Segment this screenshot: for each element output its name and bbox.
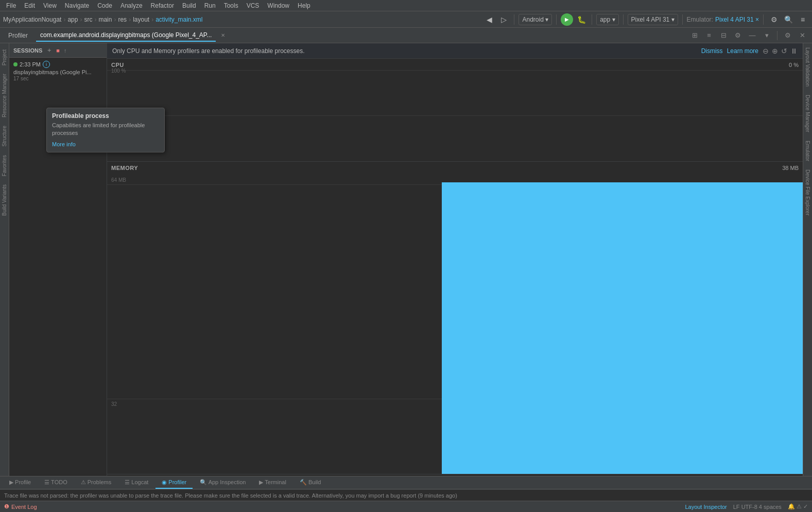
memory-y64: 64 MB bbox=[111, 177, 126, 183]
dismiss-link[interactable]: Dismiss bbox=[701, 47, 723, 55]
breadcrumb-app-name[interactable]: MyApplicationNougat bbox=[3, 16, 61, 23]
menu-analyze[interactable]: Analyze bbox=[116, 1, 147, 10]
breadcrumb-main[interactable]: main bbox=[98, 16, 112, 23]
more-actions-btn[interactable]: ≡ bbox=[797, 13, 809, 26]
profiler-tab-close[interactable]: ✕ bbox=[221, 32, 225, 38]
breadcrumb-layout[interactable]: layout bbox=[133, 16, 149, 23]
expand-icon[interactable]: ▾ bbox=[761, 30, 772, 41]
breadcrumb: MyApplicationNougat › app › src › main ›… bbox=[3, 16, 203, 23]
tab-todo[interactable]: ☰ TODO bbox=[38, 476, 73, 489]
columns-icon[interactable]: ≡ bbox=[703, 30, 715, 41]
settings-btn[interactable]: ⚙ bbox=[768, 13, 780, 26]
cpu-y100: 100 % bbox=[111, 68, 126, 74]
cpu-label: CPU bbox=[111, 62, 124, 68]
right-tab-emulator[interactable]: Emulator bbox=[804, 136, 811, 165]
cpu-section: CPU 0 % 100 % 50 bbox=[107, 59, 803, 162]
session-time-text: 2:33 PM bbox=[20, 61, 41, 67]
tooltip-more-info-link[interactable]: More info bbox=[52, 141, 76, 147]
menu-code[interactable]: Code bbox=[93, 1, 116, 10]
layout-inspector-btn[interactable]: Layout Inspector bbox=[685, 504, 727, 510]
tab-problems[interactable]: ⚠ Problems bbox=[75, 476, 118, 489]
forward-btn[interactable]: ◁ bbox=[497, 13, 510, 26]
menu-run[interactable]: Run bbox=[200, 1, 220, 10]
menu-tools[interactable]: Tools bbox=[220, 1, 243, 10]
session-item[interactable]: 2:33 PM i displayingbitmaps (Google Pi..… bbox=[9, 58, 107, 84]
run-button[interactable]: ▶ bbox=[561, 13, 573, 26]
status-error: ❶ Event Log bbox=[4, 503, 37, 510]
layout-icon[interactable]: ⊞ bbox=[689, 30, 700, 41]
tab-terminal[interactable]: ▶ Terminal bbox=[253, 476, 292, 489]
right-tab-device-manager[interactable]: Device Manager bbox=[804, 91, 811, 136]
session-info-icon[interactable]: i bbox=[43, 61, 50, 68]
import-session-btn[interactable]: ↑ bbox=[64, 47, 67, 54]
banner-links: Dismiss Learn more bbox=[701, 47, 758, 55]
menu-navigate[interactable]: Navigate bbox=[61, 1, 93, 10]
run-config-dropdown[interactable]: app ▾ bbox=[596, 14, 618, 25]
menu-help[interactable]: Help bbox=[293, 1, 315, 10]
menu-build[interactable]: Build bbox=[178, 1, 200, 10]
menu-edit[interactable]: Edit bbox=[20, 1, 39, 10]
split-icon[interactable]: ⊟ bbox=[718, 30, 729, 41]
search-btn[interactable]: 🔍 bbox=[782, 13, 794, 26]
sidebar-tab-favorites[interactable]: Favorites bbox=[1, 151, 8, 180]
menu-view[interactable]: View bbox=[39, 1, 61, 10]
session-time-row: 2:33 PM i bbox=[13, 61, 102, 68]
breadcrumb-file[interactable]: activity_main.xml bbox=[156, 16, 202, 23]
main-toolbar: MyApplicationNougat › app › src › main ›… bbox=[0, 11, 812, 28]
device-dropdown[interactable]: Pixel 4 API 31 ▾ bbox=[628, 14, 678, 25]
toolbar-sep-5 bbox=[682, 14, 683, 25]
banner-message: Only CPU and Memory profilers are enable… bbox=[112, 47, 305, 55]
tab-profiler[interactable]: ◉ Profiler bbox=[156, 476, 193, 489]
tooltip-title: Profileable process bbox=[52, 112, 159, 120]
right-tab-layout-validation[interactable]: Layout Validation bbox=[804, 43, 811, 91]
sidebar-tab-resource[interactable]: Resource Manager bbox=[1, 70, 8, 122]
profiler-content-tab[interactable]: com.example.android.displayingbitmaps (G… bbox=[36, 29, 216, 42]
banner-icon-2[interactable]: ⊕ bbox=[772, 47, 778, 55]
tab-logcat[interactable]: ☰ Logcat bbox=[118, 476, 154, 489]
add-session-btn[interactable]: ＋ bbox=[46, 46, 52, 54]
sidebar-tab-structure[interactable]: Structure bbox=[1, 122, 8, 151]
settings-icon[interactable]: ⚙ bbox=[732, 30, 744, 41]
breadcrumb-app[interactable]: app bbox=[67, 16, 78, 23]
left-sidebar: Project Resource Manager Structure Favor… bbox=[0, 43, 9, 489]
menu-file[interactable]: File bbox=[2, 1, 20, 10]
menu-window[interactable]: Window bbox=[263, 1, 293, 10]
bottom-message-text: Trace file was not parsed: the profiler … bbox=[4, 492, 457, 499]
tab-app-inspection[interactable]: 🔍 App Inspection bbox=[194, 476, 252, 489]
toolbar-sep-3 bbox=[592, 14, 592, 25]
banner-icon-3[interactable]: ↺ bbox=[781, 47, 787, 55]
android-dropdown[interactable]: Android ▾ bbox=[519, 14, 552, 25]
menu-vcs[interactable]: VCS bbox=[243, 1, 264, 10]
menu-refactor[interactable]: Refactor bbox=[147, 1, 178, 10]
banner-icon-4[interactable]: ⏸ bbox=[790, 47, 798, 55]
learn-more-link[interactable]: Learn more bbox=[727, 47, 758, 55]
breadcrumb-res[interactable]: res bbox=[118, 16, 127, 23]
back-btn[interactable]: ◀ bbox=[483, 13, 495, 26]
minus-icon[interactable]: — bbox=[747, 30, 758, 41]
session-status-dot bbox=[13, 62, 18, 66]
sidebar-tab-build-variants[interactable]: Build Variants bbox=[1, 180, 8, 220]
close-icon[interactable]: ✕ bbox=[797, 30, 808, 41]
tooltip-description: Capabilities are limited for profileable… bbox=[52, 122, 159, 138]
device-label: Pixel 4 API 31 ▾ bbox=[631, 16, 675, 23]
right-sidebar: Layout Validation Device Manager Emulato… bbox=[803, 43, 812, 489]
emulator-device[interactable]: Pixel 4 API 31 × bbox=[715, 16, 759, 23]
right-tab-device-file-explorer[interactable]: Device File Explorer bbox=[804, 165, 811, 219]
status-right: Layout Inspector LF UTF-8 4 spaces 🔔 ⚠ ✓ bbox=[685, 503, 808, 510]
cpu-grid-100 bbox=[107, 70, 803, 71]
event-log-link[interactable]: Event Log bbox=[11, 504, 37, 510]
memory-y32: 32 bbox=[111, 401, 117, 407]
toolbar-sep-2 bbox=[556, 14, 557, 25]
session-duration: 17 sec bbox=[13, 76, 102, 81]
run-config-label: app ▾ bbox=[600, 16, 615, 23]
debug-button[interactable]: 🐛 bbox=[575, 13, 588, 26]
profiler-tab[interactable]: Profiler bbox=[4, 30, 32, 41]
tooltip-popup: Profileable process Capabilities are lim… bbox=[46, 108, 165, 152]
breadcrumb-src[interactable]: src bbox=[84, 16, 92, 23]
tab-build[interactable]: 🔨 Build bbox=[293, 476, 327, 489]
gear-icon[interactable]: ⚙ bbox=[782, 30, 793, 41]
stop-session-btn[interactable]: ■ bbox=[56, 47, 60, 54]
sidebar-tab-project[interactable]: Project bbox=[1, 45, 8, 70]
banner-icon-1[interactable]: ⊖ bbox=[763, 47, 769, 55]
tab-profile[interactable]: ▶ Profile bbox=[3, 476, 37, 489]
